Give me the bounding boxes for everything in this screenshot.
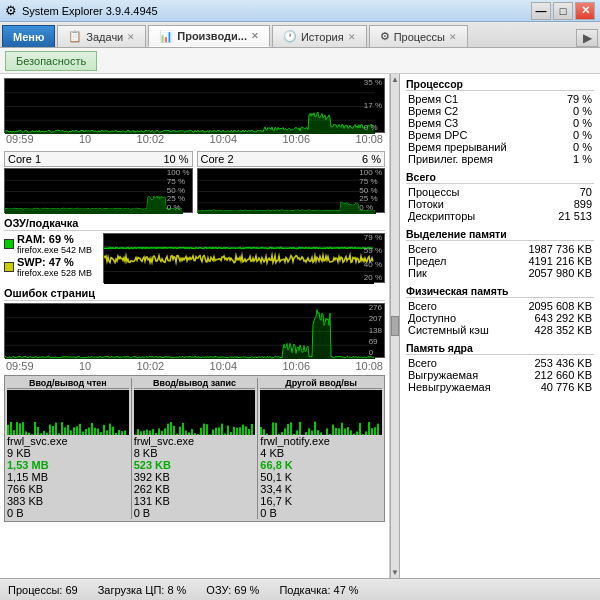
total-section: Всего Процессы 70 Потоки 899 Дескрипторы…	[406, 171, 594, 222]
swp-color-box	[4, 262, 14, 272]
history-icon: 🕐	[283, 30, 297, 43]
rp-row-interrupts: Время прерываний 0 %	[406, 141, 594, 153]
tab-processes[interactable]: ⚙ Процессы ✕	[369, 25, 468, 47]
ram-section-title: ОЗУ/подкачка	[4, 217, 385, 231]
io-write-chart	[134, 390, 254, 435]
close-button[interactable]: ✕	[575, 2, 595, 20]
tab-performance-close[interactable]: ✕	[251, 31, 259, 41]
status-swap: Подкачка: 47 %	[279, 584, 358, 596]
status-processes: Процессы: 69	[8, 584, 78, 596]
page-faults-title: Ошибок страниц	[4, 287, 385, 301]
total-title: Всего	[406, 171, 594, 184]
core1-percent: 10 %	[163, 153, 188, 165]
processor-title: Процессор	[406, 78, 594, 91]
io-read-col: Ввод/вывод чтен frwl_svc.exe 9 KB 1,53 M…	[7, 378, 132, 519]
rp-row-phys-total: Всего 2095 608 KB	[406, 300, 594, 312]
tab-performance-label: Производи...	[177, 30, 247, 42]
scroll-up[interactable]: ▲	[391, 75, 399, 84]
tab-processes-close[interactable]: ✕	[449, 32, 457, 42]
page-faults-x-labels: 09:59 10 10:02 10:04 10:06 10:08	[4, 360, 385, 372]
tab-bar: Меню 📋 Задачи ✕ 📊 Производи... ✕ 🕐 Истор…	[0, 22, 600, 48]
io-section: Ввод/вывод чтен frwl_svc.exe 9 KB 1,53 M…	[4, 375, 385, 522]
ram-legend: RAM: 69 % firefox.exe 542 MB SWP: 47 % f…	[4, 233, 99, 283]
io-other-title: Другой ввод/вы	[260, 378, 382, 389]
right-panel: Процессор Время С1 79 % Время С2 0 % Вре…	[400, 74, 600, 578]
tab-processes-label: Процессы	[394, 31, 445, 43]
tab-performance[interactable]: 📊 Производи... ✕	[148, 25, 270, 47]
rp-row-memalloc-peak: Пик 2057 980 KB	[406, 267, 594, 279]
tab-tasks[interactable]: 📋 Задачи ✕	[57, 25, 146, 47]
scroll-thumb[interactable]	[391, 316, 399, 336]
core2-percent: 6 %	[362, 153, 381, 165]
core2-chart	[198, 169, 376, 214]
io-read-title: Ввод/вывод чтен	[7, 378, 129, 389]
cpu-core2: Core 2 6 % 100 % 75 % 50 % 25 % 0 %	[197, 151, 386, 213]
status-ram: ОЗУ: 69 %	[206, 584, 259, 596]
rp-row-memalloc-limit: Предел 4191 216 KB	[406, 255, 594, 267]
minimize-button[interactable]: —	[531, 2, 551, 20]
ram-legend-row: RAM: 69 % firefox.exe 542 MB	[4, 233, 99, 255]
ram-section: RAM: 69 % firefox.exe 542 MB SWP: 47 % f…	[4, 233, 385, 283]
io-write-chart-container	[134, 390, 256, 435]
rp-row-priv: Привилег. время 1 %	[406, 153, 594, 165]
status-cpu: Загрузка ЦП: 8 %	[98, 584, 187, 596]
mem-alloc-section: Выделение памяти Всего 1987 736 KB Преде…	[406, 228, 594, 279]
io-other-chart-container	[260, 390, 382, 435]
rp-row-c1: Время С1 79 %	[406, 93, 594, 105]
rp-row-phys-cache: Системный кэш 428 352 KB	[406, 324, 594, 336]
tasks-icon: 📋	[68, 30, 82, 43]
rp-row-c3: Время С3 0 %	[406, 117, 594, 129]
ram-detail: firefox.exe 542 MB	[17, 245, 92, 255]
tab-history-close[interactable]: ✕	[348, 32, 356, 42]
kernel-title: Память ядра	[406, 342, 594, 355]
rp-row-descriptors: Дескрипторы 21 513	[406, 210, 594, 222]
io-read-legend: frwl_svc.exe 9 KB 1,53 MB 1,15 MB 766 KB…	[7, 435, 129, 519]
rp-row-threads: Потоки 899	[406, 198, 594, 210]
performance-icon: 📊	[159, 30, 173, 43]
rp-row-processes: Процессы 70	[406, 186, 594, 198]
toolbar: Безопасность	[0, 48, 600, 74]
rp-row-c2: Время С2 0 %	[406, 105, 594, 117]
left-panel: 35 % 17 % 0 % 09:59 10 10:02 10:04 10:06…	[0, 74, 390, 578]
swp-legend-row: SWP: 47 % firefox.exe 528 MB	[4, 256, 99, 278]
tab-tasks-close[interactable]: ✕	[127, 32, 135, 42]
core2-label: Core 2	[201, 153, 234, 165]
app-title: System Explorer 3.9.4.4945	[22, 5, 158, 17]
security-label: Безопасность	[16, 55, 86, 67]
phys-mem-section: Физическая память Всего 2095 608 KB Дост…	[406, 285, 594, 336]
kernel-section: Память ядра Всего 253 436 KB Выгружаемая…	[406, 342, 594, 393]
scroll-down[interactable]: ▼	[391, 568, 399, 577]
cpu-cores-row: Core 1 10 % 100 % 75 % 50 % 25 % 0 %	[4, 151, 385, 213]
io-write-legend: frwl_svc.exe 8 KB 523 KB 392 KB 262 KB 1…	[134, 435, 256, 519]
tab-tasks-label: Задачи	[86, 31, 123, 43]
cpu-main-x-labels: 09:59 10 10:02 10:04 10:06 10:08	[4, 133, 385, 145]
processes-icon: ⚙	[380, 30, 390, 43]
swp-label: SWP: 47 %	[17, 256, 92, 268]
page-faults-chart-container: 276 207 138 69 0	[4, 303, 385, 358]
ram-color-box	[4, 239, 14, 249]
title-bar: ⚙ System Explorer 3.9.4.4945 — □ ✕	[0, 0, 600, 22]
scrollbar[interactable]: ▲ ▼	[390, 74, 400, 578]
processor-section: Процессор Время С1 79 % Время С2 0 % Вре…	[406, 78, 594, 165]
tab-history[interactable]: 🕐 История ✕	[272, 25, 367, 47]
maximize-button[interactable]: □	[553, 2, 573, 20]
io-other-chart	[260, 390, 380, 435]
cpu-core1: Core 1 10 % 100 % 75 % 50 % 25 % 0 %	[4, 151, 193, 213]
rp-row-kernel-nonpaged: Невыгружаемая 40 776 KB	[406, 381, 594, 393]
tab-history-label: История	[301, 31, 344, 43]
cpu-main-chart	[5, 79, 375, 134]
core1-label: Core 1	[8, 153, 41, 165]
phys-mem-title: Физическая память	[406, 285, 594, 298]
io-read-chart	[7, 390, 127, 435]
tab-extra-button[interactable]: ▶	[576, 29, 598, 47]
rp-row-kernel-paged: Выгружаемая 212 660 KB	[406, 369, 594, 381]
tab-menu[interactable]: Меню	[2, 25, 55, 47]
rp-row-phys-avail: Доступно 643 292 KB	[406, 312, 594, 324]
io-other-legend: frwl_notify.exe 4 KB 66,8 K 50,1 K 33,4 …	[260, 435, 382, 519]
cpu-main-section: 35 % 17 % 0 % 09:59 10 10:02 10:04 10:06…	[4, 78, 385, 145]
io-write-title: Ввод/вывод запис	[134, 378, 256, 389]
app-icon: ⚙	[5, 3, 17, 18]
security-button[interactable]: Безопасность	[5, 51, 97, 71]
rp-row-kernel-total: Всего 253 436 KB	[406, 357, 594, 369]
rp-row-dpc: Время DPC 0 %	[406, 129, 594, 141]
